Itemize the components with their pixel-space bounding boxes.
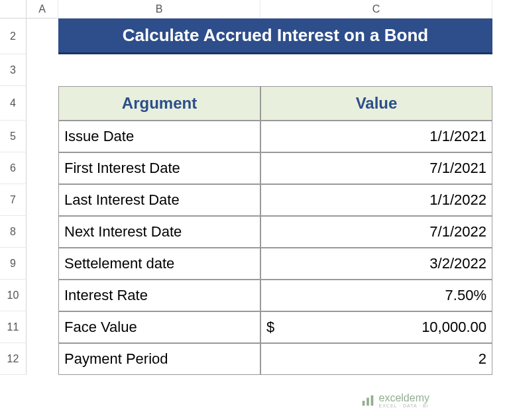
cell-a6[interactable]	[27, 152, 58, 184]
label-interest-rate[interactable]: Interest Rate	[58, 280, 260, 311]
value-issue-date[interactable]: 1/1/2021	[260, 121, 492, 152]
value-last-interest[interactable]: 1/1/2022	[260, 184, 492, 216]
watermark: exceldemy EXCEL · DATA · BI	[361, 393, 429, 408]
watermark-main: exceldemy	[379, 393, 429, 403]
label-next-interest[interactable]: Next Interest Date	[58, 216, 260, 248]
watermark-text: exceldemy EXCEL · DATA · BI	[379, 393, 429, 408]
value-next-interest[interactable]: 7/1/2022	[260, 216, 492, 248]
cell-b3[interactable]	[58, 54, 260, 86]
label-face-value[interactable]: Face Value	[58, 311, 260, 343]
row-header-6[interactable]: 6	[0, 152, 27, 184]
value-face-value[interactable]: $ 10,000.00	[260, 311, 492, 343]
svg-rect-2	[370, 395, 373, 405]
row-header-11[interactable]: 11	[0, 311, 27, 343]
svg-rect-0	[362, 401, 365, 405]
row-header-3[interactable]: 3	[0, 54, 27, 86]
value-settlement[interactable]: 3/2/2022	[260, 248, 492, 280]
col-header-b[interactable]: B	[58, 0, 260, 19]
row-header-4[interactable]: 4	[0, 86, 27, 121]
label-payment-period[interactable]: Payment Period	[58, 343, 260, 375]
row-header-8[interactable]: 8	[0, 216, 27, 248]
table-header-value[interactable]: Value	[260, 86, 492, 121]
cell-a2[interactable]	[27, 19, 58, 54]
page-title[interactable]: Calculate Accrued Interest on a Bond	[58, 19, 492, 54]
cell-a8[interactable]	[27, 216, 58, 248]
label-first-interest[interactable]: First Interest Date	[58, 152, 260, 184]
cell-a7[interactable]	[27, 184, 58, 216]
row-header-7[interactable]: 7	[0, 184, 27, 216]
table-header-argument[interactable]: Argument	[58, 86, 260, 121]
cell-a10[interactable]	[27, 280, 58, 311]
row-header-10[interactable]: 10	[0, 280, 27, 311]
chart-icon	[361, 394, 375, 408]
row-header-2[interactable]: 2	[0, 19, 27, 54]
row-header-5[interactable]: 5	[0, 121, 27, 152]
value-interest-rate[interactable]: 7.50%	[260, 280, 492, 311]
label-last-interest[interactable]: Last Interest Date	[58, 184, 260, 216]
currency-symbol: $	[266, 319, 274, 336]
row-header-9[interactable]: 9	[0, 248, 27, 280]
currency-amount: 10,000.00	[422, 319, 486, 336]
svg-rect-1	[367, 397, 369, 405]
cell-a5[interactable]	[27, 121, 58, 152]
cell-a3[interactable]	[27, 54, 58, 86]
spreadsheet-grid: A B C 2 Calculate Accrued Interest on a …	[0, 0, 509, 375]
label-settlement[interactable]: Settelement date	[58, 248, 260, 280]
watermark-sub: EXCEL · DATA · BI	[379, 403, 429, 408]
col-header-c[interactable]: C	[260, 0, 492, 19]
label-issue-date[interactable]: Issue Date	[58, 121, 260, 152]
cell-a11[interactable]	[27, 311, 58, 343]
row-header-12[interactable]: 12	[0, 343, 27, 375]
cell-a4[interactable]	[27, 86, 58, 121]
cell-a9[interactable]	[27, 248, 58, 280]
value-payment-period[interactable]: 2	[260, 343, 492, 375]
col-header-a[interactable]: A	[27, 0, 58, 19]
cell-a12[interactable]	[27, 343, 58, 375]
corner-cell[interactable]	[0, 0, 27, 19]
cell-c3[interactable]	[260, 54, 492, 86]
value-first-interest[interactable]: 7/1/2021	[260, 152, 492, 184]
